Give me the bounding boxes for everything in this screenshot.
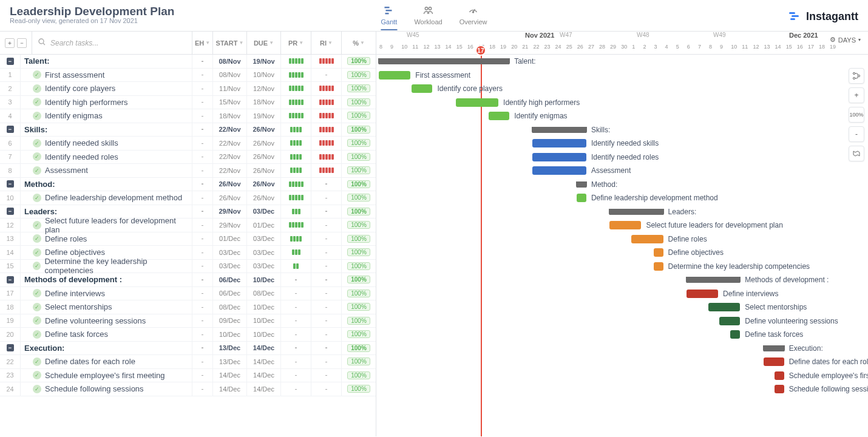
collapse-icon[interactable]: − xyxy=(7,126,14,133)
gantt-bar[interactable] xyxy=(764,345,784,351)
task-row[interactable]: 17✓Define interviews-06/Dec08/Dec--100% xyxy=(0,287,376,301)
task-row[interactable]: 23✓Schedule employee's first meeting-14/… xyxy=(0,369,376,383)
task-row[interactable]: 2✓Identify core players-11/Nov12/Nov100% xyxy=(0,82,376,96)
check-icon[interactable]: ✓ xyxy=(33,330,41,339)
task-row[interactable]: 4✓Identify enigmas-18/Nov19/Nov100% xyxy=(0,109,376,123)
day-label: 11 xyxy=(742,44,748,50)
task-row[interactable]: 24✓Schedule following sessions-14/Dec14/… xyxy=(0,382,376,396)
collapse-icon[interactable]: − xyxy=(7,344,14,351)
task-row[interactable]: 10✓Define leadership development method-… xyxy=(0,191,376,205)
check-icon[interactable]: ✓ xyxy=(33,289,41,297)
gantt-bar[interactable] xyxy=(577,181,586,188)
cell-pct: 100% xyxy=(342,300,376,314)
task-row[interactable]: 19✓Define volunteering sessions-09/Dec10… xyxy=(0,314,376,328)
col-start[interactable]: START▼ xyxy=(213,32,247,54)
task-row[interactable]: 18✓Select mentorships-08/Dec10/Dec--100% xyxy=(0,300,376,314)
check-icon[interactable]: ✓ xyxy=(33,139,41,147)
check-icon[interactable]: ✓ xyxy=(33,316,41,325)
collapse-icon[interactable]: − xyxy=(7,208,14,215)
row-index: 23 xyxy=(0,369,21,382)
check-icon[interactable]: ✓ xyxy=(33,112,41,120)
group-row[interactable]: −Talent:-08/Nov19/Nov100% xyxy=(0,55,376,69)
gantt-bar[interactable] xyxy=(532,153,586,161)
task-row[interactable]: 8✓Assessment-22/Nov26/Nov100% xyxy=(0,164,376,178)
col-ri[interactable]: RI▼ xyxy=(311,32,342,54)
task-row[interactable]: 13✓Define roles-01/Dec03/Dec-100% xyxy=(0,232,376,246)
tab-overview[interactable]: Overview xyxy=(459,5,487,29)
group-row[interactable]: −Execution:-13/Dec14/Dec--100% xyxy=(0,342,376,356)
expand-all-button[interactable]: ＋ xyxy=(5,38,15,48)
check-icon[interactable]: ✓ xyxy=(33,152,41,161)
tab-gantt[interactable]: Gantt xyxy=(381,5,397,30)
gantt-bar[interactable] xyxy=(654,262,663,271)
cell-start: 11/Nov xyxy=(213,82,247,95)
gantt-bar[interactable] xyxy=(719,317,740,325)
cell-ri: - xyxy=(311,69,342,82)
collapse-icon[interactable]: − xyxy=(7,276,14,283)
col-pct[interactable]: %▼ xyxy=(342,32,376,54)
gantt-bar[interactable] xyxy=(775,385,784,393)
task-row[interactable]: 6✓Identify needed skills-22/Nov26/Nov100… xyxy=(0,137,376,151)
gantt-bar[interactable] xyxy=(379,71,410,80)
gantt-bar[interactable] xyxy=(609,209,663,215)
col-eh[interactable]: EH▼ xyxy=(192,32,213,54)
task-row[interactable]: 22✓Define dates for each role-13/Dec14/D… xyxy=(0,355,376,369)
check-icon[interactable]: ✓ xyxy=(33,262,41,270)
check-icon[interactable]: ✓ xyxy=(33,357,41,366)
check-icon[interactable]: ✓ xyxy=(33,98,41,106)
gantt-bar[interactable] xyxy=(532,166,586,175)
collapse-icon[interactable]: − xyxy=(7,180,14,188)
gantt-bar[interactable] xyxy=(609,221,641,229)
check-icon[interactable]: ✓ xyxy=(33,70,41,79)
zoom-in-button[interactable]: + xyxy=(849,87,864,103)
group-row[interactable]: −Skills:-22/Nov26/Nov100% xyxy=(0,123,376,137)
gantt-bar-label: Talent: xyxy=(514,57,535,66)
gantt-bar[interactable] xyxy=(687,290,718,298)
gantt-bar[interactable] xyxy=(687,277,741,283)
zoom-level[interactable]: 100% xyxy=(849,107,864,123)
task-row[interactable]: 12✓Select future leaders for development… xyxy=(0,218,376,232)
task-row[interactable]: 1✓First assessment-08/Nov10/Nov-100% xyxy=(0,69,376,83)
check-icon[interactable]: ✓ xyxy=(33,371,41,379)
gantt-bar[interactable] xyxy=(654,248,663,257)
check-icon[interactable]: ✓ xyxy=(33,84,41,93)
cell-eh: - xyxy=(192,273,213,286)
check-icon[interactable]: ✓ xyxy=(33,221,41,229)
branch-button[interactable] xyxy=(849,68,864,84)
check-icon[interactable]: ✓ xyxy=(33,385,41,393)
check-icon[interactable]: ✓ xyxy=(33,234,41,243)
group-row[interactable]: −Methods of development :-06/Dec10/Dec--… xyxy=(0,273,376,287)
gantt-bar[interactable] xyxy=(532,127,586,133)
task-row[interactable]: 3✓Identify high performers-15/Nov18/Nov1… xyxy=(0,96,376,110)
collapse-all-button[interactable]: － xyxy=(17,38,27,48)
check-icon[interactable]: ✓ xyxy=(33,194,41,202)
col-due[interactable]: DUE▼ xyxy=(247,32,281,54)
gantt-bar[interactable] xyxy=(577,194,586,202)
check-icon[interactable]: ✓ xyxy=(33,303,41,311)
gantt-bar[interactable] xyxy=(764,357,784,366)
col-pr[interactable]: PR▼ xyxy=(281,32,311,54)
cell-start: 10/Dec xyxy=(213,328,247,341)
gantt-bar[interactable] xyxy=(456,98,498,107)
collapse-icon[interactable]: − xyxy=(7,58,14,65)
gantt-bar[interactable] xyxy=(730,330,740,339)
task-row[interactable]: 7✓Identify needed roles-22/Nov26/Nov100% xyxy=(0,151,376,164)
task-row[interactable]: 20✓Define task forces-10/Dec10/Dec--100% xyxy=(0,328,376,342)
group-row[interactable]: −Method:-26/Nov26/Nov-100% xyxy=(0,178,376,192)
gantt-bar[interactable] xyxy=(532,139,586,147)
zoom-out-button[interactable]: - xyxy=(849,126,864,142)
task-row[interactable]: 15✓Determine the key leadership competen… xyxy=(0,260,376,274)
check-icon[interactable]: ✓ xyxy=(33,166,41,175)
gantt-bar[interactable] xyxy=(708,303,740,311)
gantt-bar[interactable] xyxy=(631,235,663,243)
tab-workload[interactable]: Workload xyxy=(414,5,442,29)
check-icon[interactable]: ✓ xyxy=(33,248,41,257)
minimap-button[interactable] xyxy=(849,146,864,161)
gantt-bar[interactable] xyxy=(412,84,432,93)
timescale-button[interactable]: ⚙ DAYS ▾ xyxy=(826,33,864,46)
search-input[interactable] xyxy=(49,38,186,48)
gantt-bar[interactable] xyxy=(489,112,509,120)
gantt-bar[interactable] xyxy=(379,58,509,64)
brand-logo[interactable]: Instagantt xyxy=(789,10,858,24)
gantt-bar[interactable] xyxy=(775,371,784,380)
